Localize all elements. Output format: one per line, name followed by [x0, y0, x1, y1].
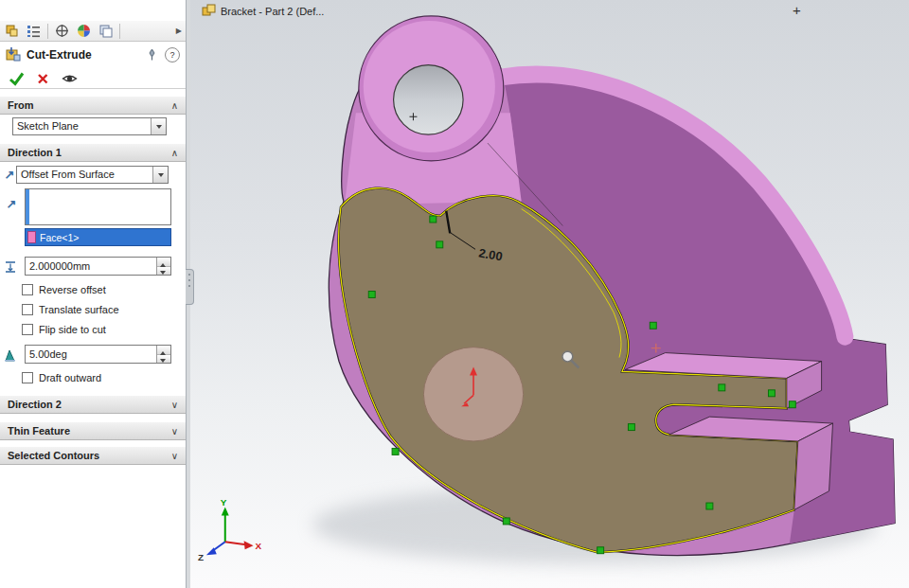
part-3d-view[interactable]: 2.00 [190, 0, 909, 588]
reverse-offset-label: Reverse offset [39, 284, 106, 295]
checkbox-box[interactable] [22, 284, 33, 295]
configurationmanager-tab-icon[interactable] [54, 23, 70, 39]
section-from-label: From [8, 99, 34, 111]
checkbox-box[interactable] [22, 304, 33, 315]
selection-handle [789, 401, 795, 408]
section-direction1-header[interactable]: Direction 1 ∧ [0, 143, 186, 162]
chevron-down-icon[interactable]: ∨ [171, 451, 178, 461]
sketch-plane-select[interactable]: Sketch Plane [12, 117, 167, 135]
end-condition-select[interactable]: Offset From Surface [16, 166, 169, 184]
view-triad: Y X Z [198, 497, 262, 563]
triad-x-label: X [256, 541, 262, 551]
checkbox-box[interactable] [22, 324, 33, 335]
selection-handle [768, 390, 775, 397]
draft-outward-checkbox[interactable]: Draft outward [22, 372, 101, 383]
dropdown-arrow-icon[interactable] [152, 167, 168, 183]
toolbar-separator [47, 24, 48, 39]
selected-face-item[interactable]: Face<1> [25, 228, 171, 246]
selection-handle [706, 503, 713, 509]
section-direction2-header[interactable]: Direction 2 ∨ [0, 395, 186, 414]
bore-hole[interactable] [394, 65, 464, 135]
extrude-direction-icon: ↗ [2, 167, 17, 182]
triad-z-label: Z [198, 552, 204, 562]
chevron-down-icon[interactable]: ∨ [171, 426, 178, 437]
selection-handle [368, 292, 375, 298]
displaymanager-tab-icon[interactable] [76, 23, 92, 39]
part-icon [202, 3, 216, 19]
section-thin-feature-label: Thin Feature [8, 425, 70, 437]
checkbox-box[interactable] [22, 372, 33, 383]
solidworks-window: ▶ Cut-Extrude ? [0, 0, 909, 588]
selection-handle [503, 518, 509, 525]
selection-handle [430, 216, 437, 223]
flip-side-checkbox[interactable]: Flip side to cut [22, 324, 106, 335]
featuremanager-tab-icon[interactable] [4, 23, 20, 39]
help-icon[interactable]: ? [165, 47, 180, 62]
document-tab[interactable]: Bracket - Part 2 (Def... [202, 3, 324, 19]
chevron-up-icon[interactable]: ∧ [171, 148, 178, 158]
spin-down-button[interactable] [157, 267, 170, 276]
tab-scroll-right-button[interactable]: ▶ [176, 27, 182, 35]
section-selected-contours-header[interactable]: Selected Contours ∨ [0, 446, 186, 465]
propertymanager-tab-icon[interactable] [26, 23, 42, 39]
selected-face-label: Face<1> [40, 232, 79, 243]
end-condition-value: Offset From Surface [17, 167, 152, 183]
cut-extrude-icon [6, 46, 21, 63]
preview-button[interactable] [60, 70, 79, 87]
offset-distance-value: 2.000000mm [26, 258, 156, 275]
selection-strip [26, 189, 29, 224]
spin-down-button[interactable] [157, 355, 170, 364]
face-selection-box[interactable] [25, 188, 171, 225]
selection-handle [628, 424, 634, 431]
graphics-viewport[interactable]: 2.00 [190, 0, 909, 588]
sketch-plane-value: Sketch Plane [13, 118, 151, 134]
splitter-grip[interactable] [186, 269, 194, 305]
chevron-down-icon[interactable]: ∨ [171, 400, 178, 410]
translate-surface-label: Translate surface [39, 304, 119, 315]
chevron-up-icon[interactable]: ∧ [171, 100, 178, 111]
triad-y-label: Y [221, 497, 227, 508]
offset-distance-input[interactable]: 2.000000mm [25, 257, 171, 276]
cancel-button[interactable] [33, 70, 52, 87]
selection-handle [597, 547, 604, 554]
dropdown-arrow-icon[interactable] [151, 118, 166, 134]
selection-handle [650, 322, 656, 329]
toolbar-separator [119, 24, 120, 39]
offset-distance-icon [3, 259, 18, 275]
draft-angle-input[interactable]: 5.00deg [25, 345, 171, 364]
ok-button[interactable] [7, 70, 26, 87]
selection-handle [437, 241, 443, 248]
section-direction2-label: Direction 2 [8, 399, 62, 410]
dimxpert-tab-icon[interactable] [98, 23, 114, 39]
viewport-corner-marker: + [793, 2, 801, 18]
propertymanager-panel: ▶ Cut-Extrude ? [0, 0, 186, 588]
draft-angle-value: 5.00deg [26, 346, 156, 363]
face-color-swatch [27, 231, 36, 243]
feature-title: Cut-Extrude [27, 48, 92, 62]
reverse-offset-checkbox[interactable]: Reverse offset [22, 284, 106, 295]
selection-handle [392, 448, 399, 454]
document-tab-title: Bracket - Part 2 (Def... [221, 6, 324, 17]
translate-surface-checkbox[interactable]: Translate surface [22, 304, 119, 315]
section-selected-contours-label: Selected Contours [8, 450, 99, 461]
section-direction1-label: Direction 1 [8, 147, 62, 158]
spin-up-button[interactable] [157, 346, 170, 355]
panel-tab-bar: ▶ [0, 21, 186, 42]
spin-up-button[interactable] [157, 258, 170, 267]
draft-outward-label: Draft outward [39, 372, 101, 383]
section-from-header[interactable]: From ∧ [0, 96, 186, 115]
section-thin-feature-header[interactable]: Thin Feature ∨ [0, 421, 186, 440]
feature-action-row [0, 68, 186, 89]
offset-reference-icon: ↗ [4, 196, 19, 211]
selection-handle [719, 384, 725, 391]
feature-title-row: Cut-Extrude ? [0, 45, 186, 64]
pin-icon[interactable] [146, 48, 158, 62]
draft-icon [2, 347, 17, 363]
flip-side-label: Flip side to cut [39, 324, 106, 335]
